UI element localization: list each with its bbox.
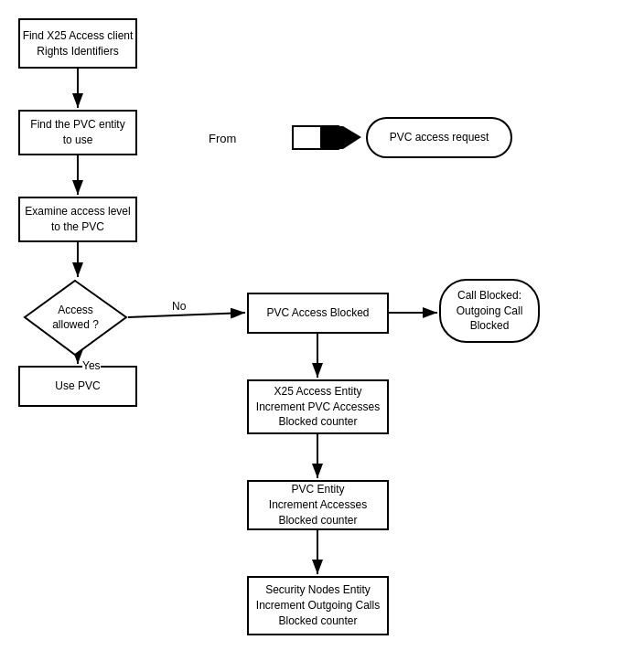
find-pvc-label: Find the PVC entityto use <box>30 117 124 148</box>
use-pvc-box: Use PVC <box>18 366 137 407</box>
pvc-entity-label: PVC EntityIncrement AccessesBlocked coun… <box>269 482 367 528</box>
diamond-shape <box>23 279 128 357</box>
x25-access-entity-box: X25 Access EntityIncrement PVC AccessesB… <box>247 379 389 434</box>
pvc-request-box: PVC access request <box>366 117 512 158</box>
examine-access-box: Examine access levelto the PVC <box>18 197 137 242</box>
find-pvc-box: Find the PVC entityto use <box>18 110 137 155</box>
use-pvc-label: Use PVC <box>55 379 100 394</box>
examine-access-label: Examine access levelto the PVC <box>25 204 130 235</box>
security-nodes-label: Security Nodes EntityIncrement Outgoing … <box>256 582 380 628</box>
find-x25-label: Find X25 Access client Rights Identifier… <box>20 28 135 59</box>
find-x25-box: Find X25 Access client Rights Identifier… <box>18 18 137 69</box>
call-blocked-label: Call Blocked:Outgoing CallBlocked <box>457 288 523 334</box>
from-label: From <box>209 132 236 145</box>
flowchart-diagram: Find X25 Access client Rights Identifier… <box>0 0 634 672</box>
svg-marker-13 <box>25 281 126 355</box>
security-nodes-box: Security Nodes EntityIncrement Outgoing … <box>247 576 389 635</box>
yes-label: Yes <box>82 359 101 372</box>
x25-access-entity-label: X25 Access EntityIncrement PVC AccessesB… <box>256 384 380 430</box>
pvc-entity-box: PVC EntityIncrement AccessesBlocked coun… <box>247 480 389 530</box>
pvc-request-label: PVC access request <box>390 130 489 145</box>
svg-line-6 <box>128 313 245 317</box>
pvc-access-blocked-label: PVC Access Blocked <box>266 305 369 321</box>
svg-marker-12 <box>320 126 361 149</box>
no-label: No <box>172 300 186 313</box>
access-allowed-diamond: Accessallowed ? <box>23 279 128 357</box>
pvc-access-blocked-box: PVC Access Blocked <box>247 293 389 334</box>
call-blocked-box: Call Blocked:Outgoing CallBlocked <box>439 279 540 343</box>
svg-marker-11 <box>293 126 352 149</box>
